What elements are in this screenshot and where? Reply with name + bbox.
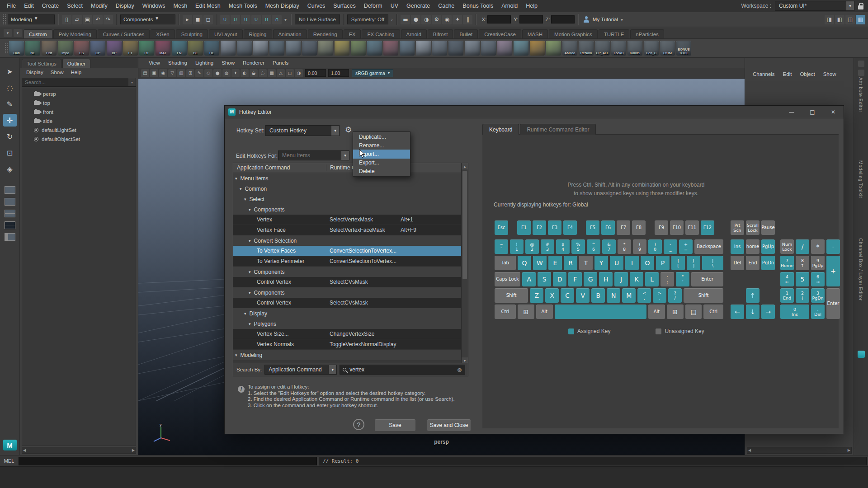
shelf-item-cp-all[interactable]: CP_ALL (595, 41, 610, 56)
key-item[interactable]: += (679, 239, 693, 254)
chevron-right-icon[interactable]: › (390, 17, 393, 22)
hotkey-row-common[interactable]: ▾Common (233, 183, 461, 194)
gear-icon[interactable]: ⚙ (345, 125, 352, 134)
hotkey-row-polygons[interactable]: ▾Polygons (233, 319, 461, 329)
help-button[interactable]: ? (353, 419, 364, 430)
key-item[interactable]: ~` (495, 239, 508, 254)
key-l[interactable]: L (645, 272, 659, 286)
shelf-tab-bifrost[interactable]: Bifrost (428, 29, 453, 38)
menu-cache[interactable]: Cache (434, 0, 458, 12)
key-0-ins[interactable]: 0Ins (780, 305, 809, 319)
shelf-item-mat[interactable]: MAT (156, 41, 170, 56)
key-7[interactable]: &7 (602, 239, 616, 254)
wireframe-icon[interactable]: ◇ (204, 69, 212, 77)
show-channel-box-icon[interactable]: ◫ (845, 15, 855, 24)
shelf-item-icon[interactable] (530, 41, 545, 56)
key-f2[interactable]: F2 (533, 221, 546, 235)
save-button[interactable]: Save (375, 419, 415, 431)
pause-viewport-icon[interactable]: ‖ (463, 15, 472, 24)
hotkey-row-to-vertex-perimeter[interactable]: To Vertex PerimeterConvertSelectionToVer… (233, 256, 461, 267)
key-pause[interactable]: Pause (761, 221, 775, 235)
menu-mesh-tools[interactable]: Mesh Tools (225, 0, 261, 12)
key-i[interactable]: I (625, 256, 639, 270)
key-3-pgdn[interactable]: 3PgDn (811, 288, 825, 303)
drag-grip[interactable] (5, 43, 8, 54)
menu-edit-mesh[interactable]: Edit Mesh (191, 0, 225, 12)
scroll-right-icon[interactable]: ▶ (132, 448, 135, 452)
minimize-button[interactable]: — (781, 106, 802, 118)
key-item[interactable]: - (826, 239, 840, 254)
outliner-menu-display[interactable]: Display (23, 70, 47, 75)
expand-arrow-icon[interactable]: ▾ (240, 187, 242, 191)
panel-tab-outliner[interactable]: Outliner (62, 59, 90, 68)
scroll-up-icon[interactable]: ▲ (462, 163, 468, 169)
key-k[interactable]: K (630, 272, 643, 286)
key-item[interactable]: "' (676, 272, 689, 286)
key-alt[interactable]: Alt (536, 305, 553, 319)
shelf-item-icon[interactable] (335, 41, 349, 56)
lasso-tool[interactable]: ◌ (3, 81, 17, 94)
menu-select[interactable]: Select (63, 0, 87, 12)
hotkey-row-display[interactable]: ▾Display (233, 308, 461, 319)
last-used-tool[interactable]: ◈ (3, 163, 17, 175)
key-f12[interactable]: F12 (701, 221, 714, 235)
save-scene-icon[interactable]: ▣ (83, 15, 92, 24)
key-f5[interactable]: F5 (586, 221, 599, 235)
key-tab[interactable]: Tab (495, 256, 516, 270)
scale-tool[interactable]: ⊡ (3, 146, 17, 159)
key-g[interactable]: G (584, 272, 597, 286)
key-o[interactable]: O (641, 256, 654, 270)
shelf-item-icon[interactable] (302, 41, 317, 56)
key-item[interactable]: + (826, 256, 840, 286)
key-menu[interactable]: ▤ (685, 305, 702, 319)
key-win[interactable]: ⊞ (518, 305, 534, 319)
menu-windows[interactable]: Windows (138, 0, 170, 12)
key-8[interactable]: 8↑ (796, 256, 809, 270)
menu-edit[interactable]: Edit (20, 0, 38, 12)
expand-arrow-icon[interactable]: ▾ (244, 311, 246, 316)
shelf-item-ft[interactable]: FT (123, 41, 138, 56)
chevron-down-icon[interactable]: ▾ (283, 17, 288, 22)
outliner-item-defaultobjectset[interactable]: defaultObjectSet (22, 135, 136, 144)
dialog-title-bar[interactable]: M Hotkey Editor —□✕ (225, 106, 844, 118)
expand-arrow-icon[interactable]: ▾ (235, 353, 237, 357)
shelf-tab-rigging[interactable]: Rigging (244, 29, 272, 38)
key-item[interactable]: -_ (664, 239, 677, 254)
open-render-view-icon[interactable]: ▬ (401, 15, 410, 24)
key-backspace[interactable]: Backspace (694, 239, 723, 254)
bookmarks-icon[interactable]: ▽ (168, 69, 176, 77)
hotkey-row-select[interactable]: ▾Select (233, 194, 461, 204)
key-z[interactable]: Z (530, 288, 543, 303)
snap-to-projected-center-icon[interactable]: ∪ (251, 15, 261, 24)
layout-single-pane[interactable] (5, 186, 15, 194)
hotkey-row-modeling[interactable]: ▾Modeling (233, 350, 461, 360)
edit-hotkeys-for-dropdown[interactable]: Menu items ▾ (278, 150, 349, 160)
key-enter[interactable]: Enter (826, 288, 840, 319)
shelf-item-icon[interactable] (546, 41, 561, 56)
viewport-menu-view[interactable]: View (145, 60, 164, 66)
menu-display[interactable]: Display (112, 0, 138, 12)
key-2[interactable]: @2 (525, 239, 539, 254)
key-5[interactable]: 5 (796, 272, 809, 286)
key-4[interactable]: 4← (780, 272, 794, 286)
channel-box-menu-object[interactable]: Object (796, 71, 819, 77)
hotkey-row-components[interactable]: ▾Components (233, 204, 461, 215)
show-tool-settings-icon[interactable]: ◧ (835, 15, 844, 24)
key-1[interactable]: !1 (510, 239, 524, 254)
channel-box-menu-edit[interactable]: Edit (779, 71, 796, 77)
lock-camera-icon[interactable]: ▣ (150, 69, 158, 77)
menu-generate[interactable]: Generate (402, 0, 434, 12)
shelf-item-icon[interactable] (416, 41, 431, 56)
key-del[interactable]: Del (731, 256, 744, 270)
hotkey-row-to-vertex-faces[interactable]: To Vertex FacesConvertSelectionToVertex.… (233, 246, 461, 256)
textured-icon[interactable]: ◍ (222, 69, 231, 77)
key-x[interactable]: X (545, 288, 559, 303)
outliner-horizontal-scrollbar[interactable]: ◀ ▶ (22, 447, 136, 454)
outliner-item-top[interactable]: top (22, 99, 136, 108)
scroll-left-icon[interactable]: ◀ (748, 448, 751, 452)
shelf-item-icon[interactable] (481, 41, 496, 56)
shelf-item-icon[interactable] (367, 41, 382, 56)
gear-menu-item-duplicate[interactable]: Duplicate... (353, 132, 410, 141)
viewport-menu-panels[interactable]: Panels (269, 60, 292, 66)
expand-arrow-icon[interactable]: ▾ (249, 239, 251, 243)
